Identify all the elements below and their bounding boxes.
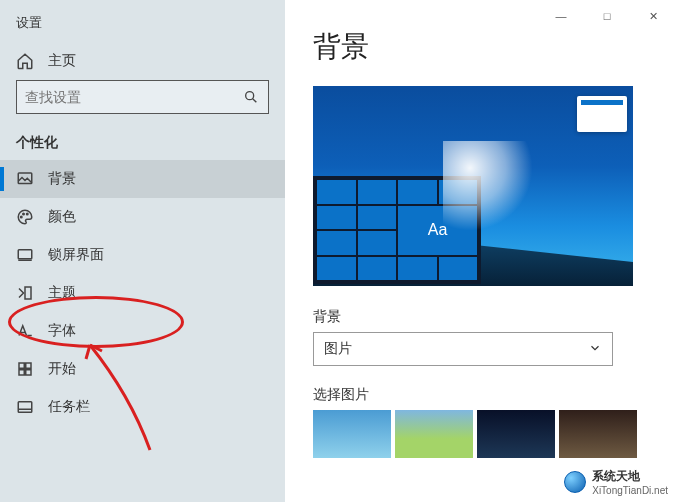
search-icon xyxy=(242,88,260,106)
background-select[interactable]: 图片 xyxy=(313,332,613,366)
svg-point-4 xyxy=(23,213,25,215)
settings-window: 设置 主页 个性化 背景 xyxy=(0,0,676,502)
main-content: 背景 Aa 背景 图片 xyxy=(285,0,676,458)
app-title: 设置 xyxy=(0,12,285,42)
svg-rect-12 xyxy=(26,370,31,375)
sidebar-item-background[interactable]: 背景 xyxy=(0,160,285,198)
picture-thumb-1[interactable] xyxy=(313,410,391,458)
svg-rect-13 xyxy=(18,402,32,413)
search-input[interactable] xyxy=(25,89,242,105)
home-nav[interactable]: 主页 xyxy=(0,42,285,80)
sidebar-item-taskbar[interactable]: 任务栏 xyxy=(0,388,285,426)
svg-rect-8 xyxy=(25,287,31,299)
desktop-preview: Aa xyxy=(313,86,633,286)
sidebar: 设置 主页 个性化 背景 xyxy=(0,0,285,502)
mock-window xyxy=(577,96,627,132)
main-panel: — □ ✕ 背景 Aa 背景 xyxy=(285,0,676,502)
mock-start-menu: Aa xyxy=(313,176,481,284)
section-title: 个性化 xyxy=(0,120,285,160)
minimize-button[interactable]: — xyxy=(538,0,584,32)
home-icon xyxy=(16,52,34,70)
svg-rect-11 xyxy=(19,370,24,375)
svg-line-1 xyxy=(253,99,257,103)
sidebar-item-fonts[interactable]: 字体 xyxy=(0,312,285,350)
sidebar-item-label: 锁屏界面 xyxy=(48,246,104,264)
background-select-value: 图片 xyxy=(324,340,352,358)
picture-icon xyxy=(16,170,34,188)
svg-point-3 xyxy=(21,216,23,218)
picture-thumbnails xyxy=(313,410,648,458)
titlebar: — □ ✕ xyxy=(538,0,676,32)
sidebar-item-label: 背景 xyxy=(48,170,76,188)
home-label: 主页 xyxy=(48,52,76,70)
watermark-url: XiTongTianDi.net xyxy=(592,485,668,496)
sidebar-item-start[interactable]: 开始 xyxy=(0,350,285,388)
sidebar-item-label: 字体 xyxy=(48,322,76,340)
palette-icon xyxy=(16,208,34,226)
watermark-logo-icon xyxy=(564,471,586,493)
taskbar-icon xyxy=(16,398,34,416)
chevron-down-icon xyxy=(588,341,602,358)
svg-rect-10 xyxy=(26,363,31,368)
sidebar-item-label: 开始 xyxy=(48,360,76,378)
page-title: 背景 xyxy=(313,28,648,66)
picture-thumb-4[interactable] xyxy=(559,410,637,458)
lock-screen-icon xyxy=(16,246,34,264)
svg-rect-6 xyxy=(18,250,32,259)
preview-aa-tile: Aa xyxy=(398,206,477,255)
sidebar-item-lockscreen[interactable]: 锁屏界面 xyxy=(0,236,285,274)
sidebar-item-themes[interactable]: 主题 xyxy=(0,274,285,312)
maximize-button[interactable]: □ xyxy=(584,0,630,32)
close-button[interactable]: ✕ xyxy=(630,0,676,32)
start-icon xyxy=(16,360,34,378)
search-wrap xyxy=(0,80,285,120)
picture-thumb-3[interactable] xyxy=(477,410,555,458)
watermark-name: 系统天地 xyxy=(592,468,668,485)
active-accent xyxy=(0,167,4,191)
choose-picture-label: 选择图片 xyxy=(313,386,648,404)
search-box[interactable] xyxy=(16,80,269,114)
sidebar-item-label: 主题 xyxy=(48,284,76,302)
svg-point-0 xyxy=(246,92,254,100)
background-field-label: 背景 xyxy=(313,308,648,326)
svg-point-5 xyxy=(27,213,29,215)
fonts-icon xyxy=(16,322,34,340)
sidebar-item-label: 任务栏 xyxy=(48,398,90,416)
sidebar-item-label: 颜色 xyxy=(48,208,76,226)
svg-rect-9 xyxy=(19,363,24,368)
themes-icon xyxy=(16,284,34,302)
sidebar-item-colors[interactable]: 颜色 xyxy=(0,198,285,236)
watermark: 系统天地 XiTongTianDi.net xyxy=(564,468,668,496)
picture-thumb-2[interactable] xyxy=(395,410,473,458)
